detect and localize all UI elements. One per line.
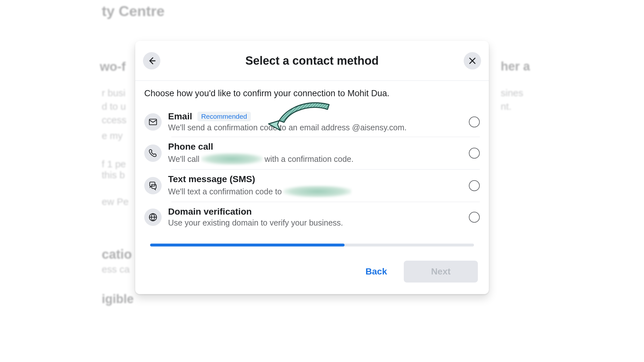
modal-header: Select a contact method xyxy=(135,41,489,81)
close-button[interactable] xyxy=(464,52,481,70)
instruction-text: Choose how you'd like to confirm your co… xyxy=(144,88,480,98)
option-text-message[interactable]: Text message (SMS) We'll text a confirma… xyxy=(144,170,480,202)
back-arrow-button[interactable] xyxy=(143,52,160,70)
option-radio-domain[interactable] xyxy=(469,212,480,223)
option-title: Domain verification xyxy=(168,207,252,217)
option-title: Text message (SMS) xyxy=(168,174,255,184)
option-description: We'll send a confirmation code to an ema… xyxy=(168,123,462,132)
phone-icon xyxy=(148,148,158,158)
option-title-row: Phone call xyxy=(168,142,462,152)
option-domain-verification[interactable]: Domain verification Use your existing do… xyxy=(144,202,480,232)
bg-text-5: ess ca xyxy=(102,264,130,275)
bg-subheading-2: catio xyxy=(102,247,132,262)
next-button[interactable]: Next xyxy=(404,261,478,283)
back-button[interactable]: Back xyxy=(355,261,397,283)
option-title-row: Domain verification xyxy=(168,207,462,217)
option-email[interactable]: Email Recommended We'll send a confirmat… xyxy=(144,107,480,137)
option-title: Phone call xyxy=(168,142,213,152)
option-description: We'll text a confirmation code to xyxy=(168,186,462,197)
option-radio-sms[interactable] xyxy=(469,180,480,191)
modal-title: Select a contact method xyxy=(245,54,379,68)
bg-text-2: e my xyxy=(102,130,123,141)
progress-fill xyxy=(150,244,345,246)
close-icon xyxy=(468,56,477,65)
option-description: We'll call with a confirmation code. xyxy=(168,153,462,165)
option-content: Domain verification Use your existing do… xyxy=(168,207,462,227)
bg-right-heading: her a xyxy=(501,60,530,73)
option-radio-email[interactable] xyxy=(469,116,480,127)
email-icon-wrap xyxy=(144,113,162,131)
progress-section xyxy=(135,235,489,246)
arrow-left-icon xyxy=(147,56,156,65)
email-icon xyxy=(148,117,158,127)
redacted-sms-number xyxy=(284,186,351,197)
recommended-badge: Recommended xyxy=(197,112,251,121)
option-title-row: Email Recommended xyxy=(168,111,462,122)
modal-footer: Back Next xyxy=(135,246,489,294)
option-phone-call[interactable]: Phone call We'll call with a confirmatio… xyxy=(144,137,480,169)
desc-prefix: We'll call xyxy=(168,154,199,164)
bg-para-right: sines nt. xyxy=(501,86,523,113)
bg-para-left: r busi d to u ccess xyxy=(102,86,127,127)
bg-text-4: ew Pe xyxy=(102,196,128,207)
contact-method-modal: Select a contact method Choose how you'd… xyxy=(135,41,489,294)
contact-options-list: Email Recommended We'll send a confirmat… xyxy=(144,107,480,232)
bg-text-3: f 1 pe this b xyxy=(102,159,126,181)
chat-icon xyxy=(148,181,158,190)
desc-suffix: with a confirmation code. xyxy=(264,154,354,164)
globe-icon xyxy=(148,212,158,222)
option-title: Email xyxy=(168,111,192,122)
sms-icon-wrap xyxy=(144,177,162,194)
progress-bar xyxy=(150,244,474,246)
modal-body: Choose how you'd like to confirm your co… xyxy=(135,81,489,235)
option-content: Text message (SMS) We'll text a confirma… xyxy=(168,174,462,197)
globe-icon-wrap xyxy=(144,209,162,226)
option-radio-phone[interactable] xyxy=(469,148,480,159)
bg-subheading: wo-f xyxy=(100,60,126,74)
redacted-phone-number xyxy=(201,153,262,165)
option-title-row: Text message (SMS) xyxy=(168,174,462,184)
bg-subheading-3: igible xyxy=(102,292,134,306)
option-content: Phone call We'll call with a confirmatio… xyxy=(168,142,462,165)
phone-icon-wrap xyxy=(144,144,162,162)
bg-heading: ty Centre xyxy=(102,3,165,20)
option-content: Email Recommended We'll send a confirmat… xyxy=(168,111,462,132)
option-description: Use your existing domain to verify your … xyxy=(168,218,462,227)
desc-prefix: We'll text a confirmation code to xyxy=(168,187,282,196)
